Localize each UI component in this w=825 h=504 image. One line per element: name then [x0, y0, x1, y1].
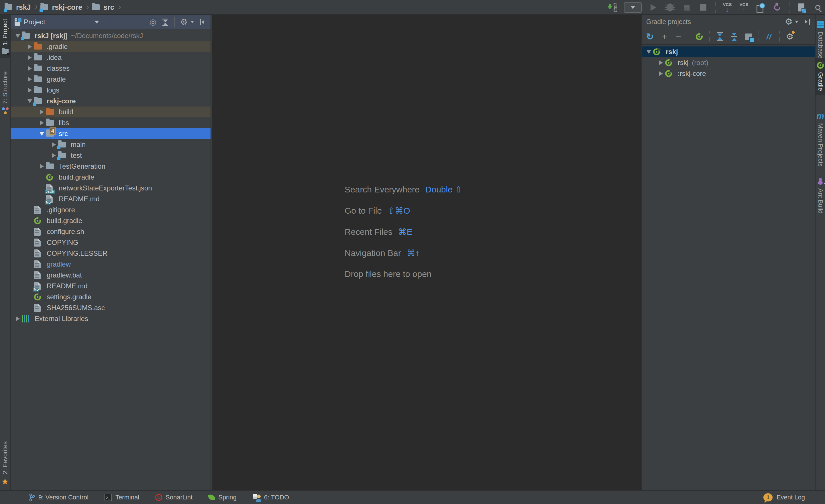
tool-window-button[interactable]: Database	[816, 17, 825, 63]
tree-chevron-icon[interactable]	[50, 139, 58, 150]
project-structure-icon[interactable]	[796, 1, 806, 14]
tree-row[interactable]: MD README.md	[11, 281, 211, 291]
tree-row[interactable]: MD README.md	[11, 193, 211, 204]
tree-row[interactable]: rskj-core	[11, 96, 211, 106]
tree-node-label[interactable]: rskj	[678, 59, 688, 67]
tree-row[interactable]: rskJ [rskj] ~/Documents/code/rskJ	[11, 30, 211, 41]
tree-chevron-icon[interactable]	[25, 270, 34, 281]
tree-node-label[interactable]: rskJ [rskj]	[35, 32, 68, 40]
breadcrumb-item[interactable]: rskj-core ›	[41, 2, 90, 13]
gear-dropdown-icon[interactable]	[795, 21, 798, 23]
tree-row[interactable]: configure.sh	[11, 226, 211, 237]
tool-window-button[interactable]: 2: Favorites ★	[0, 437, 10, 490]
tree-chevron-icon[interactable]	[13, 30, 22, 41]
tree-chevron-icon[interactable]	[25, 52, 34, 63]
tree-chevron-icon[interactable]	[25, 303, 34, 313]
expand-all-icon[interactable]	[716, 31, 724, 43]
tree-row[interactable]: build	[11, 106, 211, 117]
tree-node-label[interactable]: gradlew.bat	[47, 271, 82, 279]
tree-node-label[interactable]: gradlew	[47, 260, 71, 268]
status-bar-button[interactable]: 9: Version Control	[29, 493, 88, 501]
tree-chevron-icon[interactable]	[657, 68, 665, 79]
tree-node-label[interactable]: build.gradle	[47, 217, 82, 225]
tree-node-label[interactable]: build.gradle	[59, 173, 94, 181]
group-modules-icon[interactable]	[744, 31, 753, 43]
tree-node-label[interactable]: rskj	[666, 48, 678, 56]
tree-row[interactable]: .idea	[11, 52, 211, 63]
tree-node-label[interactable]: logs	[47, 86, 59, 94]
tree-chevron-icon[interactable]	[50, 150, 58, 161]
hide-panel-icon[interactable]	[199, 18, 207, 26]
tree-row[interactable]: COPYING.LESSER	[11, 248, 211, 259]
tool-window-button[interactable]: 1: Project	[0, 15, 10, 58]
undo-icon[interactable]	[772, 1, 782, 14]
tree-chevron-icon[interactable]	[25, 85, 34, 96]
tree-chevron-icon[interactable]	[25, 41, 34, 52]
tree-node-label[interactable]: rskj-core	[47, 97, 76, 105]
tree-chevron-icon[interactable]	[25, 237, 34, 248]
tree-node-label[interactable]: COPYING	[47, 239, 78, 247]
tree-chevron-icon[interactable]	[25, 259, 34, 270]
toggle-source-sets-icon[interactable]: //	[765, 31, 773, 43]
status-bar-button[interactable]: >_ Terminal	[104, 494, 139, 501]
tree-node-label[interactable]: :rskj-core	[678, 70, 706, 78]
status-bar-button[interactable]: Spring	[209, 494, 237, 501]
tree-row[interactable]: build.gradle	[11, 172, 211, 183]
run-button[interactable]	[649, 1, 658, 14]
attach-project-icon[interactable]: +	[660, 31, 669, 43]
tree-row[interactable]: :rskj-core	[642, 68, 815, 79]
gear-icon[interactable]: ⚙	[785, 17, 793, 26]
tree-node-label[interactable]: networkStateExporterTest.json	[59, 184, 152, 192]
tree-node-label[interactable]: configure.sh	[47, 228, 84, 236]
tree-chevron-icon[interactable]	[38, 172, 46, 183]
tree-chevron-icon[interactable]	[25, 281, 34, 291]
coverage-button[interactable]: ▦	[682, 1, 691, 14]
breadcrumb-label[interactable]: rskj-core	[52, 3, 82, 11]
tree-row[interactable]: build.gradle	[11, 215, 211, 226]
detach-project-icon[interactable]: −	[674, 31, 683, 43]
tree-chevron-icon[interactable]	[38, 161, 46, 172]
tree-chevron-icon[interactable]	[25, 215, 34, 226]
tree-node-label[interactable]: External Libraries	[35, 315, 88, 323]
tree-row[interactable]: COPYING	[11, 237, 211, 248]
gear-dropdown-icon[interactable]	[191, 21, 194, 23]
tree-row[interactable]: .gradle	[11, 41, 211, 52]
tree-chevron-icon[interactable]	[25, 226, 34, 237]
project-view-dropdown-icon[interactable]	[94, 21, 99, 23]
breadcrumb-item[interactable]: rskJ ›	[5, 2, 39, 13]
tree-chevron-icon[interactable]	[645, 47, 653, 57]
run-configuration-dropdown[interactable]	[624, 2, 642, 13]
tree-row[interactable]: SHA256SUMS.asc	[11, 303, 211, 313]
tree-node-label[interactable]: TestGeneration	[59, 162, 105, 170]
collapse-all-icon[interactable]	[162, 18, 169, 26]
search-everywhere-icon[interactable]	[813, 1, 823, 14]
breadcrumb-item[interactable]: src ›	[92, 2, 122, 13]
status-bar-button[interactable]: 6: TODO	[253, 494, 289, 501]
collapse-all-icon[interactable]	[730, 31, 739, 43]
tool-window-button[interactable]: m Maven Projects	[816, 108, 825, 171]
tree-node-label[interactable]: README.md	[59, 195, 100, 203]
tree-row[interactable]: libs	[11, 117, 211, 128]
locate-file-icon[interactable]: ◎	[150, 18, 156, 26]
refresh-gradle-icon[interactable]: ↻	[646, 31, 654, 43]
debug-button[interactable]	[665, 1, 675, 14]
tree-row[interactable]: 4 src	[11, 128, 211, 139]
tree-node-label[interactable]: .gradle	[47, 43, 68, 51]
tree-chevron-icon[interactable]	[25, 63, 34, 74]
tree-chevron-icon[interactable]	[38, 106, 46, 117]
tree-chevron-icon[interactable]	[38, 128, 46, 139]
stop-button[interactable]	[698, 1, 708, 14]
tree-node-label[interactable]: README.md	[47, 282, 88, 290]
vcs-update-button[interactable]: VCS ↓	[723, 1, 732, 14]
tree-row[interactable]: .gitignore	[11, 204, 211, 215]
tree-node-label[interactable]: COPYING.LESSER	[47, 249, 107, 257]
download-sources-icon[interactable]: 01 10 01	[607, 1, 617, 14]
tree-chevron-icon[interactable]	[13, 313, 22, 324]
tree-chevron-icon[interactable]	[38, 193, 46, 204]
tree-chevron-icon[interactable]	[25, 291, 34, 303]
tree-chevron-icon[interactable]	[25, 74, 34, 85]
vcs-commit-button[interactable]: VCS ↑	[739, 1, 749, 14]
tree-node-label[interactable]: build	[59, 108, 73, 116]
tree-row[interactable]: rskj	[642, 47, 815, 57]
gear-icon[interactable]: ⚙	[180, 18, 188, 26]
